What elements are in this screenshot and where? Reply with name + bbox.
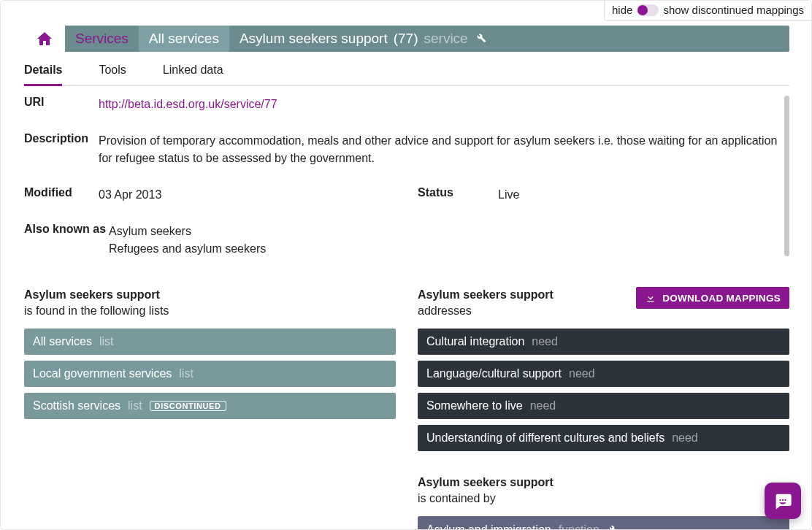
list-item-label: Understanding of different cultures and … bbox=[426, 431, 664, 445]
addresses-subtitle: addresses bbox=[418, 303, 554, 319]
uri-label: URI bbox=[24, 96, 99, 113]
found-in-subtitle: is found in the following lists bbox=[24, 303, 396, 319]
list-item[interactable]: Somewhere to live need bbox=[418, 393, 789, 419]
addresses-list: Cultural integration need Language/cultu… bbox=[418, 329, 789, 451]
list-item-tag: need bbox=[530, 399, 556, 412]
discontinued-toggle[interactable] bbox=[637, 4, 659, 16]
chat-widget[interactable] bbox=[765, 483, 801, 519]
toggle-label-show: show discontinued mappings bbox=[663, 4, 804, 16]
tab-details[interactable]: Details bbox=[24, 64, 62, 86]
aka-item: Asylum seekers bbox=[109, 223, 789, 240]
modified-label: Modified bbox=[24, 186, 99, 204]
breadcrumb-current-tag: service bbox=[424, 31, 467, 47]
contained-by-title: Asylum seekers support bbox=[418, 476, 554, 488]
contained-by-list: Asylum and immigration function Asylum s… bbox=[418, 516, 789, 529]
list-item-tag: need bbox=[672, 431, 698, 445]
breadcrumb-current: Asylum seekers support (77) service bbox=[229, 26, 497, 52]
list-item-label: Language/cultural support bbox=[426, 367, 562, 380]
breadcrumb-current-id: (77) bbox=[394, 31, 418, 47]
discontinued-toggle-bar: hide show discontinued mappings bbox=[604, 1, 811, 21]
toggle-label-hide: hide bbox=[612, 4, 632, 16]
list-item[interactable]: Language/cultural support need bbox=[418, 361, 789, 387]
home-icon[interactable] bbox=[24, 26, 65, 52]
breadcrumb: Services All services Asylum seekers sup… bbox=[24, 26, 789, 52]
list-item-label: Local government services bbox=[33, 367, 172, 380]
list-item[interactable]: Local government services list bbox=[24, 361, 396, 387]
breadcrumb-current-title: Asylum seekers support bbox=[240, 31, 388, 47]
list-item-tag: function bbox=[559, 523, 600, 529]
status-value: Live bbox=[498, 186, 789, 204]
found-in-list: All services list Local government servi… bbox=[24, 329, 396, 419]
list-item-label: Cultural integration bbox=[426, 335, 524, 348]
list-item-label: All services bbox=[33, 335, 92, 348]
download-mappings-label: DOWNLOAD MAPPINGS bbox=[662, 293, 781, 304]
wrench-icon bbox=[607, 523, 618, 529]
wrench-icon[interactable] bbox=[474, 31, 487, 47]
found-in-title: Asylum seekers support bbox=[24, 288, 160, 301]
download-mappings-button[interactable]: DOWNLOAD MAPPINGS bbox=[636, 287, 789, 309]
list-item-tag: list bbox=[99, 335, 114, 348]
discontinued-badge: DISCONTINUED bbox=[150, 401, 226, 411]
modified-value: 03 Apr 2013 bbox=[99, 186, 396, 204]
description-value: Provision of temporary accommodation, me… bbox=[99, 132, 789, 167]
list-item[interactable]: Understanding of different cultures and … bbox=[418, 425, 789, 451]
list-item-tag: list bbox=[179, 367, 194, 380]
list-item-tag: need bbox=[532, 335, 558, 348]
tab-tools[interactable]: Tools bbox=[99, 64, 126, 85]
tab-linked-data[interactable]: Linked data bbox=[163, 64, 223, 85]
contained-by-subtitle: is contained by bbox=[418, 491, 789, 507]
list-item[interactable]: Asylum and immigration function bbox=[418, 516, 789, 529]
aka-item: Refugees and asylum seekers bbox=[109, 240, 789, 258]
breadcrumb-services[interactable]: Services bbox=[65, 26, 139, 52]
found-in-lists-panel: Asylum seekers support is found in the f… bbox=[24, 287, 396, 529]
tabs: Details Tools Linked data bbox=[24, 64, 789, 86]
list-item[interactable]: Cultural integration need bbox=[418, 329, 789, 355]
list-item-label: Asylum and immigration bbox=[426, 523, 551, 529]
list-item-tag: list bbox=[128, 399, 142, 412]
breadcrumb-all-services[interactable]: All services bbox=[139, 26, 229, 52]
chat-icon bbox=[773, 491, 793, 511]
list-item-label: Scottish services bbox=[33, 399, 120, 412]
uri-link[interactable]: http://beta.id.esd.org.uk/service/77 bbox=[99, 98, 277, 110]
description-label: Description bbox=[24, 132, 99, 167]
status-label: Status bbox=[418, 186, 498, 204]
content: URI http://beta.id.esd.org.uk/service/77… bbox=[24, 96, 789, 529]
list-item-label: Somewhere to live bbox=[426, 399, 523, 412]
list-item[interactable]: All services list bbox=[24, 329, 396, 355]
addresses-title: Asylum seekers support bbox=[418, 288, 554, 301]
list-item-tag: need bbox=[569, 367, 595, 380]
scrollbar[interactable] bbox=[784, 96, 789, 256]
aka-label: Also known as bbox=[24, 223, 109, 258]
list-item[interactable]: Scottish services list DISCONTINUED bbox=[24, 393, 396, 419]
download-icon bbox=[645, 292, 656, 304]
